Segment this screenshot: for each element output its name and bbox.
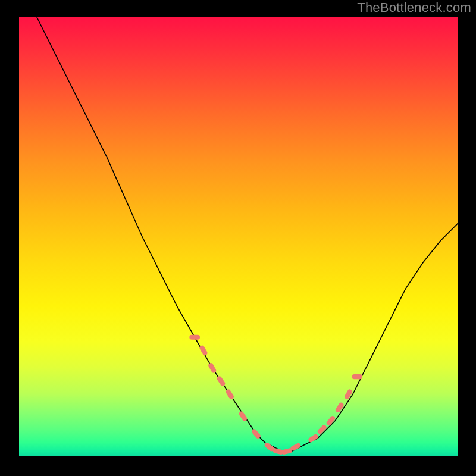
highlight-marker <box>238 411 248 422</box>
highlight-marker <box>334 402 345 413</box>
highlight-marker <box>290 443 301 452</box>
highlight-markers-group <box>189 335 362 455</box>
bottleneck-curve-line <box>37 17 458 452</box>
chart-frame: TheBottleneck.com <box>0 0 476 476</box>
highlight-marker <box>352 374 362 379</box>
highlight-marker <box>208 362 217 374</box>
watermark-label: TheBottleneck.com <box>357 0 471 15</box>
highlight-marker <box>308 433 319 443</box>
highlight-marker <box>189 335 200 340</box>
highlight-marker <box>344 389 353 400</box>
highlight-marker <box>225 389 234 400</box>
highlight-marker <box>216 375 226 387</box>
bottleneck-chart <box>19 17 458 456</box>
